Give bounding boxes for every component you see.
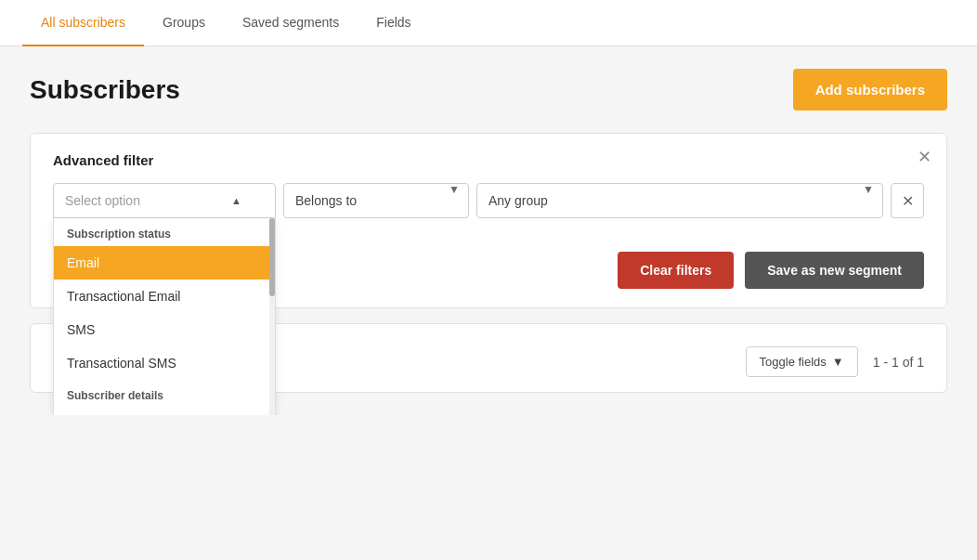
belongs-to-select[interactable]: Belongs to Does not belong to [283,183,469,218]
filter-card-title: Advanced filter [53,152,924,168]
pagination-text: 1 - 1 of 1 [873,355,924,370]
dropdown-item-transactional-email[interactable]: Transactional Email [54,280,275,313]
select-option-dropdown: Subscription status Email Transactional … [53,218,276,415]
any-group-wrapper: Any group ▼ [476,183,883,218]
any-group-select[interactable]: Any group [476,183,883,218]
dropdown-group-subscription-status: Subscription status [54,218,275,246]
dropdown-item-email-label: Email [67,255,99,270]
select-option-placeholder: Select option [65,193,140,208]
toggle-fields-label: Toggle fields [760,355,827,369]
chevron-down-icon-toggle: ▼ [832,355,844,369]
dropdown-item-transactional-sms-label: Transactional SMS [67,356,176,371]
dropdown-item-transactional-sms[interactable]: Transactional SMS [54,346,275,380]
main-content: Subscribers Add subscribers Advanced fil… [0,46,977,415]
dropdown-item-email[interactable]: Email [54,246,275,280]
filter-close-button[interactable]: ✕ [918,149,931,165]
tab-fields[interactable]: Fields [358,0,429,46]
filter-remove-button[interactable]: ✕ [891,183,924,218]
page-header: Subscribers Add subscribers [30,69,947,111]
dropdown-item-group-membership[interactable]: Group membership ✓ [54,408,275,415]
dropdown-item-sms[interactable]: SMS [54,313,275,346]
dropdown-item-transactional-email-label: Transactional Email [67,289,180,304]
select-option-input[interactable]: Select option ▲ [53,183,276,218]
nav-tabs: All subscribers Groups Saved segments Fi… [0,0,977,46]
belongs-to-wrapper: Belongs to Does not belong to ▼ [283,183,469,218]
add-subscribers-button[interactable]: Add subscribers [793,69,947,111]
toggle-fields-button[interactable]: Toggle fields ▼ [746,346,858,377]
tab-groups[interactable]: Groups [144,0,224,46]
dropdown-item-sms-label: SMS [67,322,95,337]
filter-row: Select option ▲ Subscription status Emai… [53,183,924,218]
tab-saved-segments[interactable]: Saved segments [224,0,358,46]
save-segment-button[interactable]: Save as new segment [745,252,924,289]
page-title: Subscribers [30,75,180,105]
dropdown-group-subscriber-details: Subscriber details [54,380,275,408]
tab-all-subscribers[interactable]: All subscribers [22,0,144,46]
chevron-up-icon: ▲ [231,195,241,206]
select-option-wrapper: Select option ▲ Subscription status Emai… [53,183,276,218]
clear-filters-button[interactable]: Clear filters [618,252,734,289]
advanced-filter-card: Advanced filter ✕ Select option ▲ Subscr… [30,133,947,308]
